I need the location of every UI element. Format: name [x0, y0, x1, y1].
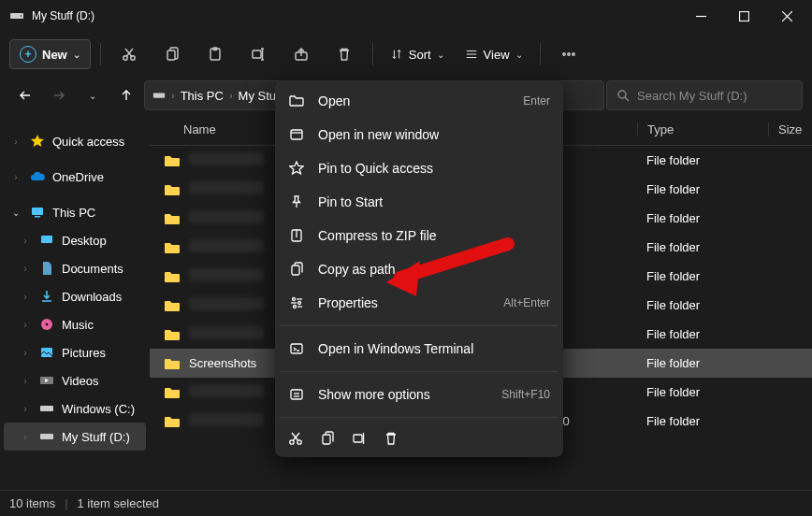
sidebar-item-onedrive[interactable]: › OneDrive [4, 163, 146, 191]
sidebar-item-downloads[interactable]: › Downloads [4, 282, 146, 310]
paste-button[interactable] [196, 37, 234, 71]
sidebar-item-this-pc[interactable]: ⌄ This PC [4, 198, 146, 226]
ctx-open-terminal[interactable]: Open in Windows Terminal [275, 332, 563, 366]
view-button[interactable]: View ⌄ [457, 42, 530, 67]
close-button[interactable] [765, 1, 808, 31]
svg-point-23 [572, 53, 573, 55]
svg-line-26 [625, 97, 629, 101]
document-icon [39, 261, 54, 276]
svg-point-31 [46, 323, 49, 326]
sort-label: Sort [409, 48, 431, 62]
file-type: File folder [637, 182, 768, 196]
up-button[interactable] [110, 79, 142, 111]
svg-point-51 [290, 440, 294, 444]
copy-path-icon [289, 262, 304, 277]
sidebar-item-desktop[interactable]: › Desktop [4, 226, 146, 254]
cloud-icon [30, 169, 45, 184]
svg-rect-27 [32, 208, 43, 215]
svg-point-7 [131, 56, 135, 60]
svg-point-6 [123, 56, 127, 60]
annotation-arrow [386, 238, 517, 294]
back-button[interactable] [9, 79, 41, 111]
plus-icon: + [20, 46, 36, 63]
maximize-button[interactable] [722, 1, 765, 31]
svg-point-21 [562, 53, 564, 55]
column-type[interactable]: Type [637, 122, 768, 136]
sidebar-item-videos[interactable]: › Videos [4, 366, 146, 394]
status-selected: 1 item selected [78, 496, 159, 510]
delete-button[interactable] [326, 37, 363, 71]
svg-rect-35 [40, 434, 53, 439]
svg-rect-40 [292, 265, 299, 275]
new-window-icon [289, 127, 304, 142]
svg-point-22 [567, 53, 569, 55]
sidebar-item-music[interactable]: › Music [4, 310, 146, 338]
svg-point-45 [294, 306, 297, 308]
copy-button[interactable] [153, 37, 191, 71]
sidebar-item-pictures[interactable]: › Pictures [4, 338, 146, 366]
drive-icon [152, 89, 166, 102]
file-type: File folder [637, 414, 768, 428]
forward-button[interactable] [43, 79, 75, 111]
file-type: File folder [637, 211, 768, 225]
sidebar-item-documents[interactable]: › Documents [4, 254, 146, 282]
sidebar-item-windows-c[interactable]: › Windows (C:) [4, 394, 146, 423]
file-type: File folder [637, 153, 768, 167]
breadcrumb-item[interactable]: This PC [181, 89, 224, 103]
share-button[interactable] [283, 37, 320, 71]
ctx-show-more[interactable]: Show more options Shift+F10 [275, 378, 563, 411]
folder-icon [161, 183, 183, 196]
folder-icon [161, 299, 183, 312]
ctx-open[interactable]: Open Enter [275, 84, 563, 118]
sort-button[interactable]: Sort ⌄ [383, 42, 452, 67]
svg-rect-3 [739, 11, 748, 21]
delete-icon[interactable] [384, 431, 399, 446]
folder-icon [161, 212, 183, 225]
copy-icon[interactable] [320, 431, 335, 446]
recent-button[interactable]: ⌄ [77, 79, 109, 111]
rename-icon[interactable] [352, 431, 367, 446]
svg-rect-29 [41, 236, 52, 243]
svg-rect-36 [291, 130, 302, 139]
svg-point-41 [293, 298, 296, 301]
file-type: File folder [637, 385, 768, 399]
cut-icon[interactable] [288, 431, 303, 446]
pin-icon [289, 194, 304, 209]
folder-icon [161, 241, 183, 254]
svg-rect-24 [153, 93, 165, 97]
file-type: File folder [637, 356, 768, 370]
folder-icon [161, 270, 183, 283]
folder-icon [161, 415, 183, 428]
svg-rect-56 [354, 435, 362, 442]
svg-rect-55 [323, 435, 330, 444]
terminal-icon [289, 341, 304, 356]
column-size[interactable]: Size [768, 122, 806, 136]
ctx-pin-quick[interactable]: Pin to Quick access [275, 151, 563, 185]
chevron-down-icon: ⌄ [515, 50, 523, 60]
more-button[interactable] [550, 37, 587, 71]
picture-icon [39, 345, 54, 360]
sidebar-item-quick-access[interactable]: › Quick access [4, 127, 146, 155]
svg-rect-48 [291, 390, 302, 399]
svg-point-25 [618, 91, 626, 98]
cut-button[interactable] [110, 37, 148, 71]
music-icon [39, 317, 54, 332]
svg-rect-13 [253, 50, 261, 58]
star-icon [30, 134, 45, 149]
svg-rect-10 [167, 50, 175, 60]
new-button[interactable]: + New ⌄ [9, 39, 91, 69]
svg-point-52 [297, 440, 301, 444]
desktop-icon [39, 233, 54, 248]
minimize-button[interactable] [679, 1, 722, 31]
star-icon [289, 161, 304, 176]
svg-point-43 [298, 302, 301, 305]
ctx-open-new-window[interactable]: Open in new window [275, 118, 563, 151]
search-input[interactable]: Search My Stuff (D:) [606, 80, 803, 110]
download-icon [39, 289, 54, 304]
rename-button[interactable] [239, 37, 277, 71]
sidebar-item-my-stuff-d[interactable]: › My Stuff (D:) [4, 423, 146, 451]
ctx-pin-start[interactable]: Pin to Start [275, 185, 563, 219]
window-title: My Stuff (D:) [32, 9, 94, 22]
folder-icon [161, 357, 183, 370]
drive-icon [39, 401, 54, 416]
